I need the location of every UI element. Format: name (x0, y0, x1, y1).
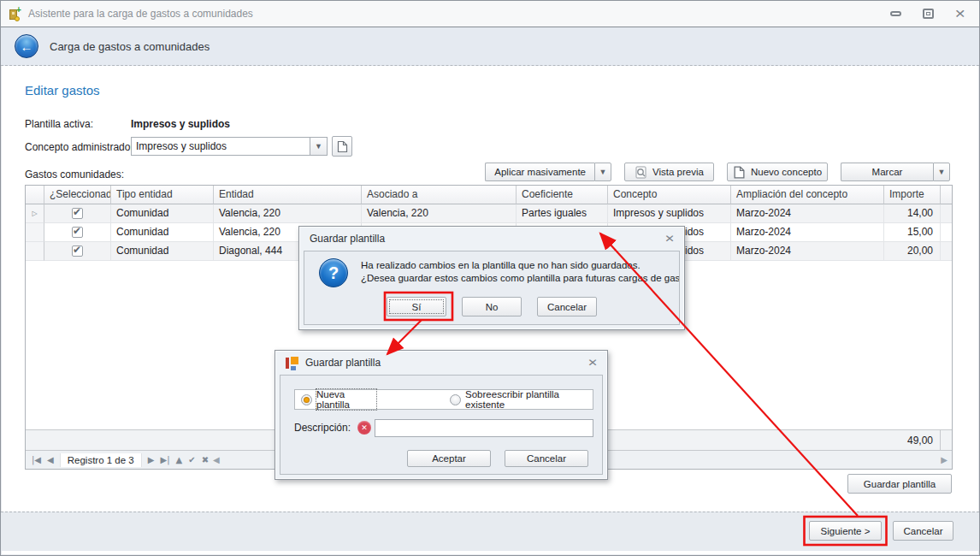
admin-concept-combobox[interactable]: Impresos y suplidos ▼ (131, 137, 328, 156)
column-header-concepto[interactable]: Concepto (608, 186, 731, 204)
description-input[interactable] (375, 419, 593, 437)
dialog-body: Nueva plantilla Sobreescribir plantilla … (280, 375, 603, 475)
check-icon: ✔ (73, 206, 81, 218)
cell-concepto[interactable]: Impresos y suplidos (608, 204, 731, 223)
row-checkbox[interactable]: ✔ (72, 245, 83, 257)
new-document-icon (337, 140, 348, 153)
cell-tipo-entidad[interactable]: Comunidad (111, 204, 214, 223)
window-titlebar[interactable]: + Asistente para la carga de gastos a co… (1, 1, 979, 27)
next-button[interactable]: Siguiente > (809, 521, 882, 541)
first-record-button[interactable]: |◀ (32, 455, 41, 464)
scroll-left-icon[interactable]: ◀ (213, 455, 220, 464)
column-header-importe[interactable]: Importe (884, 186, 941, 204)
next-record-button[interactable]: ▶ (148, 455, 155, 464)
dialog-titlebar[interactable]: Guardar plantilla ✕ (299, 227, 684, 251)
dialog-cancel-button[interactable]: Cancelar (537, 297, 597, 316)
no-button[interactable]: No (462, 297, 522, 316)
check-icon: ✔ (73, 244, 81, 256)
validation-error-icon: ✕ (357, 421, 371, 435)
radio-new-template[interactable]: Nueva plantilla (301, 389, 376, 410)
cell-importe[interactable]: 15,00 (884, 223, 941, 242)
preview-button-label: Vista previa (652, 167, 704, 177)
column-header-seleccionado[interactable]: ¿Seleccionado? (44, 186, 111, 204)
yes-button[interactable]: Sí (387, 297, 446, 316)
preview-button[interactable]: Vista previa (624, 163, 714, 181)
row-checkbox[interactable]: ✔ (72, 227, 83, 238)
admin-concept-combobox-value[interactable]: Impresos y suplidos (132, 138, 310, 155)
close-icon: ✕ (954, 7, 965, 21)
apply-mass-button[interactable]: Aplicar masivamente (485, 163, 594, 181)
template-mode-group: Nueva plantilla Sobreescribir plantilla … (294, 389, 593, 410)
table-row[interactable]: ▷ ✔ Comunidad Valencia, 220 Valencia, 22… (26, 204, 952, 223)
app-mini-icon (286, 357, 298, 370)
radio-selected-icon (301, 394, 312, 405)
page-title: Editar gastos (25, 83, 100, 98)
cell-importe[interactable]: 14,00 (884, 204, 941, 223)
maximize-icon (923, 9, 934, 19)
column-header-entidad[interactable]: Entidad (214, 186, 362, 204)
window-title: Asistente para la carga de gastos a comu… (28, 8, 253, 20)
wizard-title: Carga de gastos a comunidades (50, 40, 210, 53)
cell-ampliacion[interactable]: Marzo-2024 (731, 242, 884, 261)
chevron-down-icon: ▼ (938, 168, 946, 176)
maximize-button[interactable] (919, 6, 936, 21)
new-document-icon (733, 166, 746, 179)
cell-tipo-entidad[interactable]: Comunidad (111, 223, 214, 242)
mark-button[interactable]: Marcar (841, 163, 933, 181)
new-concept-icon-button[interactable] (332, 136, 352, 157)
apply-mass-dropdown-button[interactable]: ▼ (594, 163, 611, 181)
grid-toolbar: Aplicar masivamente ▼ Vista previa Nuevo… (485, 163, 950, 181)
cancel-button[interactable]: Cancelar (893, 521, 953, 541)
dialog-titlebar[interactable]: Guardar plantilla ✕ (275, 351, 607, 375)
minimize-icon (890, 11, 901, 16)
dialog-close-icon[interactable]: ✕ (664, 233, 675, 245)
cell-importe[interactable]: 20,00 (884, 242, 941, 261)
mark-dropdown-button[interactable]: ▼ (933, 163, 950, 181)
cell-ampliacion[interactable]: Marzo-2024 (731, 223, 884, 242)
confirm-save-dialog: Guardar plantilla ✕ ? Ha realizado cambi… (298, 226, 685, 330)
active-template-label: Plantilla activa: (25, 118, 93, 130)
new-concept-button[interactable]: Nuevo concepto (727, 163, 828, 181)
append-record-button[interactable]: ▲ (176, 455, 183, 464)
minimize-button[interactable] (887, 6, 904, 21)
accept-button[interactable]: Aceptar (407, 450, 491, 467)
cell-ampliacion[interactable]: Marzo-2024 (731, 204, 884, 223)
radio-overwrite-template[interactable]: Sobreescribir plantilla existente (450, 389, 593, 410)
column-header-tipo-entidad[interactable]: Tipo entidad (111, 186, 214, 204)
back-button[interactable]: ← (15, 34, 38, 58)
last-record-button[interactable]: ▶| (160, 455, 169, 464)
column-header-asociado-a[interactable]: Asociado a (362, 186, 517, 204)
chevron-down-icon: ▼ (315, 142, 322, 151)
combobox-dropdown-button[interactable]: ▼ (310, 138, 327, 155)
row-indicator (26, 223, 44, 242)
radio-new-template-label: Nueva plantilla (316, 389, 376, 410)
column-header-ampliacion[interactable]: Ampliación del concepto (731, 186, 884, 204)
row-indicator-icon: ▷ (26, 204, 44, 223)
dialog-title: Guardar plantilla (305, 357, 381, 369)
dialog-close-icon[interactable]: ✕ (587, 357, 598, 369)
cell-asociado[interactable]: Valencia, 220 (362, 204, 517, 223)
check-icon: ✔ (73, 225, 81, 237)
dialog-cancel-button[interactable]: Cancelar (505, 450, 588, 467)
preview-magnifier-icon (635, 166, 647, 179)
description-label: Descripción: (294, 422, 351, 434)
cell-filler (941, 204, 952, 223)
commit-edit-button[interactable]: ✔ (188, 455, 195, 464)
column-header-coeficiente[interactable]: Coeficiente (517, 186, 608, 204)
prev-record-button[interactable]: ◀ (47, 455, 54, 464)
new-concept-button-label: Nuevo concepto (751, 167, 822, 177)
cell-entidad[interactable]: Valencia, 220 (214, 204, 362, 223)
scroll-right-icon[interactable]: ▶ (941, 455, 948, 464)
app-icon: + (9, 7, 23, 21)
cancel-edit-button[interactable]: ✖ (202, 455, 209, 464)
cell-coeficiente[interactable]: Partes iguales (517, 204, 608, 223)
active-template-value: Impresos y suplidos (131, 118, 230, 130)
grid-header-row: ¿Seleccionado? Tipo entidad Entidad Asoc… (26, 186, 952, 204)
row-checkbox[interactable]: ✔ (72, 208, 83, 219)
cell-tipo-entidad[interactable]: Comunidad (111, 242, 214, 261)
wizard-header: ← Carga de gastos a comunidades (1, 27, 979, 66)
save-template-button[interactable]: Guardar plantilla (847, 474, 952, 494)
grid-label: Gastos comunidades: (25, 169, 124, 180)
close-button[interactable]: ✕ (952, 6, 969, 21)
grid-corner-cell (26, 186, 44, 204)
